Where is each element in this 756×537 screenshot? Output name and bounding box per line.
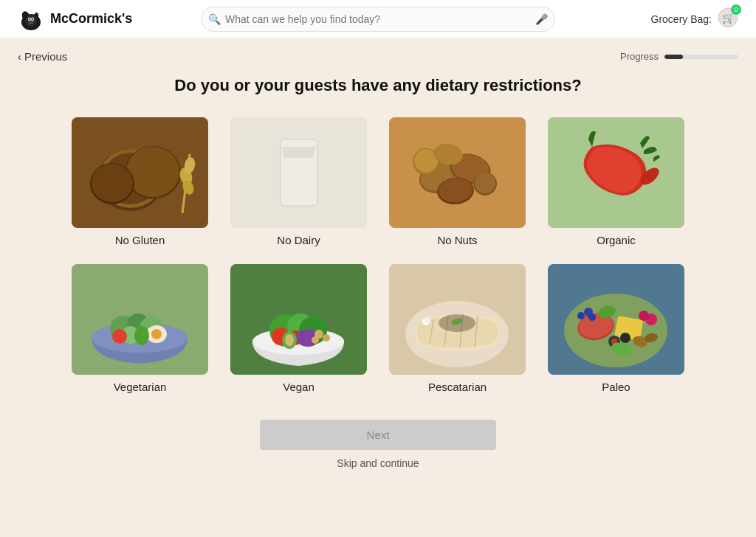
svg-point-82 (620, 333, 630, 343)
option-item-pescatarian[interactable]: Pescatarian (389, 264, 526, 393)
option-item-organic[interactable]: Organic (548, 117, 684, 246)
svg-point-7 (32, 18, 33, 20)
option-item-vegetarian[interactable]: Vegetarian (72, 264, 208, 393)
mic-icon[interactable]: 🎤 (535, 13, 548, 25)
svg-point-85 (588, 313, 596, 321)
svg-point-62 (312, 336, 319, 344)
progress-bar (664, 55, 738, 59)
option-image-organic (548, 117, 684, 228)
option-label-no-dairy: No Dairy (277, 234, 320, 246)
option-image-paleo (548, 264, 684, 375)
food-visual-no-dairy (230, 117, 367, 228)
options-grid: No Gluten No Dairy No Nuts (30, 117, 726, 393)
grocery-label: Grocery Bag: (651, 13, 712, 25)
svg-point-36 (475, 173, 495, 193)
option-item-no-nuts[interactable]: No Nuts (389, 117, 526, 246)
svg-point-50 (134, 326, 149, 345)
option-image-no-nuts (389, 117, 526, 228)
svg-point-64 (285, 334, 294, 346)
svg-point-87 (639, 311, 649, 321)
previous-button[interactable]: ‹ Previous (18, 50, 67, 63)
option-label-pescatarian: Pescatarian (428, 381, 487, 393)
food-visual-vegan (230, 264, 367, 375)
option-label-organic: Organic (597, 234, 636, 246)
option-item-no-dairy[interactable]: No Dairy (230, 117, 367, 246)
search-bar: 🔍 🎤 (201, 7, 555, 32)
option-item-vegan[interactable]: Vegan (230, 264, 367, 393)
food-visual-pescatarian (389, 264, 526, 375)
previous-label: Previous (24, 50, 67, 63)
svg-point-73 (425, 317, 430, 323)
option-label-vegan: Vegan (283, 381, 315, 393)
option-image-no-gluten (72, 117, 208, 228)
svg-point-61 (323, 334, 330, 342)
option-item-paleo[interactable]: Paleo (548, 264, 684, 393)
question-title: Do you or your guests have any dietary r… (30, 76, 726, 95)
food-visual-vegetarian (72, 264, 208, 375)
skip-button[interactable]: Skip and continue (337, 457, 419, 469)
chevron-left-icon: ‹ (18, 50, 21, 63)
progress-label: Progress (620, 51, 659, 62)
bottom-actions: Next Skip and continue (30, 420, 726, 469)
option-label-no-nuts: No Nuts (437, 234, 477, 246)
logo-icon (18, 6, 44, 32)
food-visual-no-nuts (389, 117, 526, 228)
svg-point-6 (29, 18, 30, 20)
svg-rect-25 (282, 158, 315, 204)
option-image-no-dairy (230, 117, 367, 228)
svg-point-3 (25, 15, 37, 27)
cart-button[interactable]: 🛒 0 (718, 7, 738, 31)
cart-badge: 0 (731, 4, 741, 15)
svg-point-18 (92, 164, 133, 202)
svg-point-48 (151, 329, 162, 339)
svg-point-49 (112, 329, 127, 344)
header: McCormick's 🔍 🎤 Grocery Bag: 🛒 0 (0, 0, 756, 38)
food-visual-paleo (548, 264, 684, 375)
option-label-no-gluten: No Gluten (115, 234, 165, 246)
food-visual-no-gluten (72, 117, 208, 228)
next-button[interactable]: Next (260, 420, 496, 450)
brand-name: McCormick's (50, 11, 132, 27)
svg-point-16 (126, 147, 179, 197)
progress-bar-fill (664, 55, 683, 59)
main-content: Do you or your guests have any dietary r… (0, 69, 756, 484)
option-image-vegan (230, 264, 367, 375)
nav-bar: ‹ Previous Progress (0, 38, 756, 69)
search-icon: 🔍 (208, 13, 221, 25)
logo: McCormick's (18, 6, 136, 32)
header-right: Grocery Bag: 🛒 0 (620, 7, 738, 31)
progress-area: Progress (620, 51, 738, 62)
option-item-no-gluten[interactable]: No Gluten (72, 117, 208, 246)
option-label-vegetarian: Vegetarian (114, 381, 167, 393)
option-image-vegetarian (72, 264, 208, 375)
option-label-paleo: Paleo (602, 381, 630, 393)
search-input[interactable] (201, 7, 555, 32)
option-image-pescatarian (389, 264, 526, 375)
svg-point-84 (577, 312, 585, 319)
svg-point-8 (29, 21, 33, 24)
food-visual-organic (548, 117, 684, 228)
